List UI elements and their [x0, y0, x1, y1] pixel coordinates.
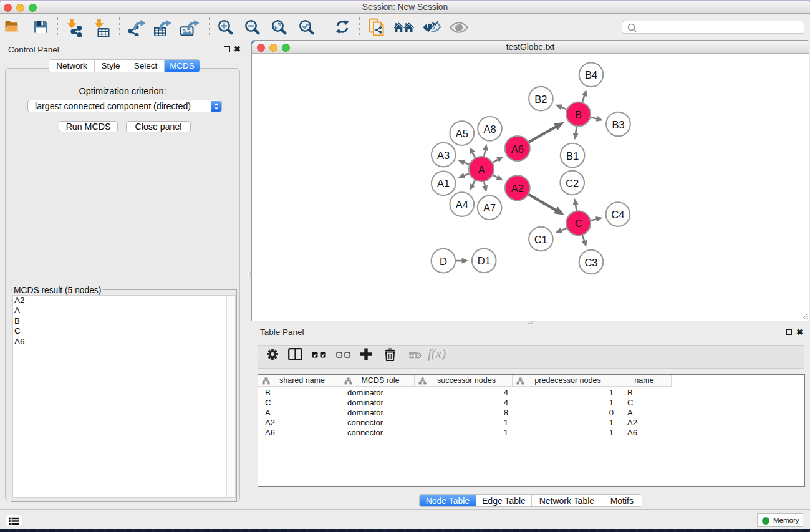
svg-text:B2: B2 [534, 94, 547, 105]
svg-text:C1: C1 [534, 234, 547, 245]
svg-text:B3: B3 [612, 119, 624, 130]
svg-text:D1: D1 [478, 255, 491, 266]
svg-text:C2: C2 [566, 178, 579, 189]
svg-text:A2: A2 [511, 183, 524, 194]
svg-text:A: A [478, 164, 485, 175]
svg-text:A8: A8 [483, 123, 496, 135]
svg-text:A3: A3 [437, 150, 450, 161]
svg-text:C: C [575, 218, 582, 229]
svg-text:B: B [575, 109, 582, 120]
svg-text:C3: C3 [584, 257, 597, 268]
svg-text:A5: A5 [456, 128, 468, 139]
svg-text:B4: B4 [585, 69, 597, 80]
svg-text:A6: A6 [511, 143, 524, 155]
svg-text:A1: A1 [437, 178, 450, 189]
svg-text:C4: C4 [611, 209, 624, 220]
svg-text:D: D [440, 256, 447, 267]
svg-text:B1: B1 [566, 150, 579, 162]
svg-text:A7: A7 [483, 202, 496, 213]
svg-text:A4: A4 [456, 199, 468, 210]
